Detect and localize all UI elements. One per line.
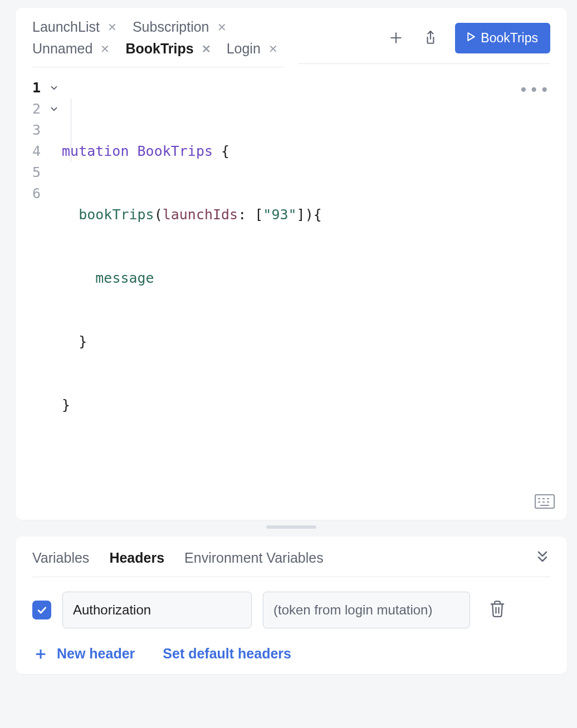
line-number: 6 [32,183,41,204]
chevron-down-icon[interactable] [46,99,62,120]
fold-gutter [46,77,62,522]
tab-label: BookTrips [125,41,193,57]
headers-panel: Variables Headers Environment Variables … [16,537,567,674]
tab-launchlist[interactable]: LaunchList ✕ [32,19,117,35]
tabs-wrap: LaunchList ✕ Subscription ✕ Unnamed ✕ Bo… [32,19,284,67]
token-punct: } [79,333,87,350]
tab-unnamed[interactable]: Unnamed ✕ [32,41,110,57]
set-default-label: Set default headers [163,646,291,662]
code-body[interactable]: mutation BookTrips { bookTrips(launchIds… [62,77,322,522]
share-icon [423,29,438,46]
header-key-input[interactable] [62,592,252,628]
token-string: "93" [263,206,296,223]
close-icon[interactable]: ✕ [217,21,227,34]
tab-label: Login [227,41,261,57]
header-row [32,592,550,628]
token-punct: { [213,143,229,159]
share-button[interactable] [420,28,441,48]
tab-actions: BookTrips [299,23,550,64]
svg-marker-3 [468,33,475,41]
set-default-headers-button[interactable]: Set default headers [163,646,291,662]
line-number: 5 [32,162,41,183]
header-value-input[interactable] [263,592,470,628]
plus-icon: ＋ [32,645,49,662]
tab-bar: LaunchList ✕ Subscription ✕ Unnamed ✕ Bo… [32,19,550,67]
tab-subscription[interactable]: Subscription ✕ [133,19,227,35]
header-enabled-checkbox[interactable] [32,601,51,619]
token-punct: } [62,397,70,413]
tab-login[interactable]: Login ✕ [227,41,278,57]
tab-label: LaunchList [32,19,100,35]
line-number: 2 [32,99,41,120]
play-icon [467,32,475,43]
tab-variables[interactable]: Variables [32,550,89,566]
chevron-down-icon[interactable] [46,77,62,99]
token-arg: launchIds [163,206,238,223]
tab-booktrips[interactable]: BookTrips ✕ [125,41,211,57]
new-header-button[interactable]: ＋ New header [32,645,135,662]
trash-icon [489,599,506,618]
close-icon[interactable]: ✕ [202,42,211,56]
run-button-label: BookTrips [481,31,538,46]
indent-guide [71,99,71,162]
operation-panel: LaunchList ✕ Subscription ✕ Unnamed ✕ Bo… [16,8,567,520]
token-punct: ]){ [297,206,322,223]
plus-icon [389,31,403,45]
keyboard-icon[interactable] [535,494,555,511]
bottom-tab-bar: Variables Headers Environment Variables [32,549,550,577]
chevron-double-down-icon [535,549,550,564]
token-call: bookTrips [79,206,154,223]
code-editor[interactable]: ••• 1 2 3 4 5 6 mutation BookTrips { boo… [32,77,550,522]
delete-header-button[interactable] [489,599,506,621]
check-icon [36,604,47,616]
line-number: 4 [32,141,41,162]
collapse-button[interactable] [535,549,550,567]
token-punct: : [238,206,246,223]
new-header-label: New header [57,646,135,662]
token-field: message [95,270,154,286]
token-name: BookTrips [138,143,213,159]
close-icon[interactable]: ✕ [268,42,278,56]
line-number: 3 [32,120,41,141]
header-actions: ＋ New header Set default headers [32,645,550,662]
keyboard-svg [535,494,555,509]
token-punct: ( [154,206,163,223]
resize-handle[interactable] [266,525,316,529]
tab-headers[interactable]: Headers [109,550,164,566]
tab-label: Unnamed [32,41,92,57]
tab-label: Subscription [133,19,209,35]
more-icon[interactable]: ••• [519,80,550,101]
token-keyword: mutation [62,143,129,159]
run-button[interactable]: BookTrips [455,23,550,53]
close-icon[interactable]: ✕ [100,42,110,56]
line-number: 1 [32,77,41,99]
tab-env-variables[interactable]: Environment Variables [184,550,324,566]
add-tab-button[interactable] [386,28,406,48]
line-gutter: 1 2 3 4 5 6 [32,77,46,522]
token-punct: [ [255,206,263,223]
close-icon[interactable]: ✕ [107,21,117,34]
